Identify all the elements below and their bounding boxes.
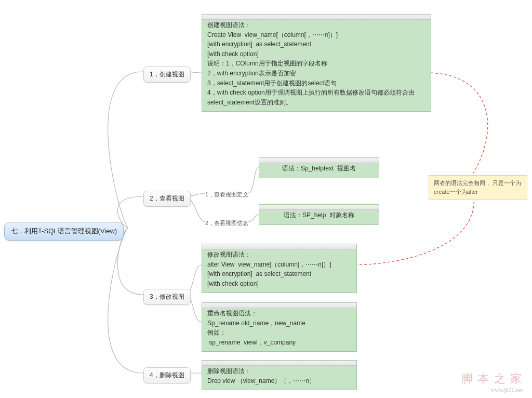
- detail-sp-help[interactable]: 语法：SP_help 对象名称: [259, 204, 379, 225]
- detail-create-syntax[interactable]: 创建视图语法： Create View view_name[（column[，⋯…: [202, 14, 431, 112]
- detail-drop-syntax[interactable]: 删除视图语法： Drop view ｛view_name｝［，⋯⋯n］: [202, 360, 357, 390]
- branch-alter-view[interactable]: 3，修改视图: [143, 289, 191, 305]
- branch-create-view[interactable]: 1，创建视图: [143, 67, 191, 83]
- detail-rename-syntax[interactable]: 重命名视图语法： Sp_rename old_name，new_name 例如：…: [202, 302, 357, 352]
- leaf-view-info: 2，查看视图信息: [205, 219, 248, 227]
- leaf-view-definition: 1，查看视图定义: [205, 191, 248, 198]
- branch-view-view[interactable]: 2，查看视图: [143, 191, 191, 207]
- root-node[interactable]: 七，利用T-SQL语言管理视图(View): [4, 222, 124, 241]
- detail-alter-syntax[interactable]: 修改视图语法： alter View view_name[（column[，⋯⋯…: [202, 244, 357, 293]
- detail-sp-helptext[interactable]: 语法：Sp_helptext 视图名: [259, 157, 379, 178]
- watermark: 脚 本 之 家 www.jb51.net: [461, 371, 523, 393]
- watermark-title: 脚 本 之 家: [461, 371, 523, 387]
- watermark-url: www.jb51.net: [461, 387, 523, 393]
- branch-drop-view[interactable]: 4，删除视图: [143, 367, 191, 383]
- annotation-note: 两者的语法完全相同， 只是一个为create一个为alter: [429, 175, 527, 200]
